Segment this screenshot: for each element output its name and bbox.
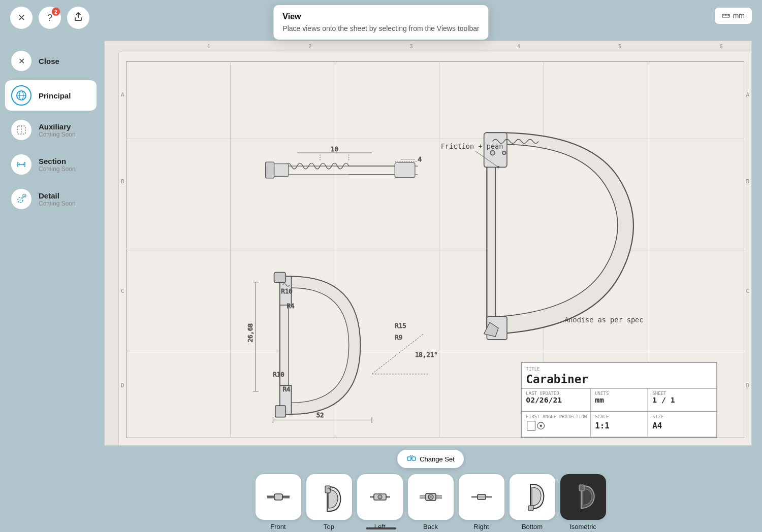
sidebar-auxiliary-sublabel: Coming Soon xyxy=(39,131,76,138)
svg-text:TITLE: TITLE xyxy=(526,367,539,372)
view-btn-left[interactable] xyxy=(357,474,403,520)
svg-text:LAST UPDATED: LAST UPDATED xyxy=(526,391,559,396)
view-item-front: Front xyxy=(256,474,301,530)
svg-text:FIRST ANGLE PROJECTION: FIRST ANGLE PROJECTION xyxy=(526,414,587,419)
svg-rect-83 xyxy=(407,457,411,460)
svg-point-93 xyxy=(378,495,382,499)
view-label-isometric: Isometric xyxy=(569,523,596,530)
sidebar-auxiliary-label: Auxiliary xyxy=(39,122,76,131)
close-button[interactable]: ✕ xyxy=(10,7,33,29)
share-button[interactable] xyxy=(67,7,89,29)
view-item-back: Back xyxy=(408,474,454,530)
svg-text:10: 10 xyxy=(331,145,338,153)
svg-text:52: 52 xyxy=(316,411,324,419)
view-item-top: Top xyxy=(306,474,352,530)
scroll-indicator xyxy=(366,527,396,529)
friction-annotation: Friction + pean xyxy=(441,142,503,150)
drawing-svg: 10 4 xyxy=(119,52,751,443)
view-btn-isometric[interactable] xyxy=(560,474,606,520)
sidebar-detail-label: Detail xyxy=(39,191,76,200)
sidebar-section-sublabel: Coming Soon xyxy=(39,165,76,173)
svg-text:18,21°: 18,21° xyxy=(415,351,438,358)
svg-rect-102 xyxy=(528,506,533,511)
view-btn-right[interactable] xyxy=(459,474,504,520)
sidebar-item-close[interactable]: ✕ Close xyxy=(5,46,97,76)
view-item-left: Left xyxy=(357,474,403,530)
svg-point-98 xyxy=(430,496,432,498)
svg-text:02/26/21: 02/26/21 xyxy=(526,395,562,404)
view-btn-bottom[interactable] xyxy=(510,474,555,520)
sidebar-item-detail[interactable]: Detail Coming Soon xyxy=(5,184,97,214)
svg-point-18 xyxy=(19,199,21,201)
svg-rect-90 xyxy=(325,486,330,493)
sidebar-item-detail-text: Detail Coming Soon xyxy=(39,191,76,207)
svg-text:Carabiner: Carabiner xyxy=(526,373,588,386)
sidebar-detail-sublabel: Coming Soon xyxy=(39,200,76,207)
top-bar: ✕ ? 2 View Place views onto the sheet by… xyxy=(0,0,762,36)
view-btn-top[interactable] xyxy=(306,474,352,520)
view-label-back: Back xyxy=(423,523,438,530)
ruler-corner xyxy=(105,41,119,52)
sheet-content: A B C D A B C D xyxy=(119,52,751,445)
view-label-top: Top xyxy=(324,523,334,530)
help-icon: ? xyxy=(47,13,52,23)
svg-rect-27 xyxy=(266,162,274,178)
sidebar: ✕ Close Principal Auxiliary Comin xyxy=(0,36,102,532)
svg-text:SCALE: SCALE xyxy=(595,414,609,419)
sidebar-principal-label: Principal xyxy=(39,91,71,100)
svg-text:R15: R15 xyxy=(395,322,406,329)
svg-text:R9: R9 xyxy=(395,334,402,341)
units-button[interactable]: mm xyxy=(715,8,752,24)
bottom-toolbar: Change Set Front xyxy=(99,446,762,532)
svg-text:UNITS: UNITS xyxy=(595,391,609,396)
svg-text:SIZE: SIZE xyxy=(652,414,663,419)
view-label-front: Front xyxy=(270,523,285,530)
svg-rect-41 xyxy=(274,272,286,282)
views-row: Front Top Left xyxy=(256,474,606,530)
view-btn-front[interactable] xyxy=(256,474,301,520)
detail-icon xyxy=(11,189,31,209)
sidebar-close-label: Close xyxy=(39,57,59,65)
view-item-isometric: Isometric xyxy=(560,474,606,530)
section-icon xyxy=(11,154,31,175)
svg-point-76 xyxy=(539,424,542,427)
svg-rect-42 xyxy=(275,406,285,417)
change-set-button[interactable]: Change Set xyxy=(397,450,464,468)
sidebar-item-auxiliary[interactable]: Auxiliary Coming Soon xyxy=(5,115,97,145)
svg-point-37 xyxy=(490,151,495,155)
svg-text:1:1: 1:1 xyxy=(595,421,610,430)
notification-badge: 2 xyxy=(52,8,60,16)
svg-text:26,68: 26,68 xyxy=(246,323,254,342)
sidebar-item-principal-text: Principal xyxy=(39,91,71,100)
svg-point-40 xyxy=(497,166,500,169)
share-icon xyxy=(73,12,83,24)
svg-rect-89 xyxy=(274,494,282,500)
principal-icon xyxy=(11,85,31,106)
anodise-annotation: Anodise as per spec xyxy=(564,316,643,324)
ruler-icon xyxy=(722,12,730,20)
sidebar-item-auxiliary-text: Auxiliary Coming Soon xyxy=(39,122,76,138)
sidebar-item-section[interactable]: Section Coming Soon xyxy=(5,149,97,180)
svg-rect-84 xyxy=(412,457,416,460)
svg-text:mm: mm xyxy=(595,395,604,404)
view-label-bottom: Bottom xyxy=(522,523,543,530)
tooltip-title: View xyxy=(282,12,479,21)
sidebar-item-close-text: Close xyxy=(39,57,59,65)
svg-text:R10: R10 xyxy=(273,371,284,378)
help-button[interactable]: ? 2 xyxy=(39,7,61,29)
view-btn-back[interactable] xyxy=(408,474,454,520)
ruler-top: 1 2 3 4 5 6 xyxy=(119,41,751,52)
tooltip-text: Place views onto the sheet by selecting … xyxy=(282,24,479,32)
change-set-icon xyxy=(406,454,417,464)
auxiliary-icon xyxy=(11,120,31,140)
view-tooltip: View Place views onto the sheet by selec… xyxy=(273,5,488,40)
sidebar-item-principal[interactable]: Principal xyxy=(5,80,97,111)
view-label-right: Right xyxy=(473,523,489,530)
svg-rect-24 xyxy=(395,162,415,177)
change-set-label: Change Set xyxy=(420,455,455,463)
sidebar-item-section-text: Section Coming Soon xyxy=(39,157,76,173)
svg-text:1 / 1: 1 / 1 xyxy=(652,395,675,404)
drawing-sheet: 1 2 3 4 5 6 A B C D A B C D xyxy=(104,41,752,446)
svg-text:SHEET: SHEET xyxy=(652,391,666,396)
svg-point-38 xyxy=(502,151,506,155)
